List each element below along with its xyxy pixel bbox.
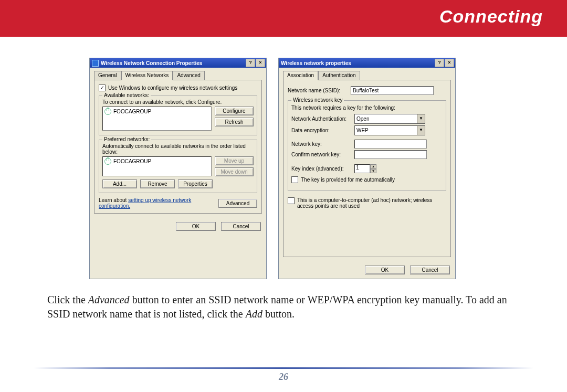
network-key-input[interactable] — [354, 140, 427, 149]
move-up-button[interactable]: Move up — [215, 156, 254, 165]
preferred-hint: Automatically connect to available netwo… — [102, 143, 254, 155]
group-title: Wireless network key — [291, 97, 344, 103]
auth-select[interactable]: Open ▼ — [354, 114, 425, 124]
network-name: FOOCAGROUP — [113, 158, 151, 164]
titlebar: Wireless Network Connection Properties ?… — [90, 58, 266, 68]
remove-button[interactable]: Remove — [140, 179, 175, 188]
confirm-key-input[interactable] — [354, 150, 427, 159]
advanced-button[interactable]: Advanced — [218, 199, 257, 208]
chevron-up-icon[interactable]: ▲ — [370, 164, 376, 169]
network-name: FOOCAGROUP — [113, 109, 151, 114]
help-icon[interactable]: ? — [246, 59, 255, 67]
tab-panel: Network name (SSID): Wireless network ke… — [283, 80, 451, 257]
auth-label: Network Authentication: — [291, 116, 354, 122]
refresh-button[interactable]: Refresh — [215, 118, 254, 126]
chevron-down-icon: ▼ — [417, 114, 425, 123]
group-preferred: Preferred networks: Automatically connec… — [99, 140, 257, 193]
ok-button[interactable]: OK — [365, 266, 405, 274]
group-title: Available networks: — [102, 92, 151, 98]
spinner-buttons[interactable]: ▲ ▼ — [370, 164, 376, 173]
ssid-label: Network name (SSID): — [288, 88, 351, 93]
checkbox-auto-key[interactable] — [291, 176, 298, 183]
key-hint: This network requires a key for the foll… — [291, 105, 443, 111]
tabs: Association Authentication — [283, 71, 451, 80]
page-number: 26 — [0, 372, 567, 383]
titlebar: Wireless network properties ? × — [279, 58, 455, 68]
group-available: Available networks: To connect to an ava… — [99, 96, 257, 135]
close-icon[interactable]: × — [445, 59, 454, 67]
dialog-title: Wireless Network Connection Properties — [101, 60, 202, 66]
move-down-button[interactable]: Move down — [215, 167, 254, 176]
encryption-select[interactable]: WEP ▼ — [354, 125, 425, 135]
list-item[interactable]: FOOCAGROUP — [103, 107, 211, 116]
tab-advanced[interactable]: Advanced — [173, 71, 204, 80]
tab-association[interactable]: Association — [283, 71, 318, 80]
dialog-connection-properties: Wireless Network Connection Properties ?… — [89, 58, 267, 279]
preferred-list[interactable]: FOOCAGROUP — [102, 156, 212, 176]
app-icon — [92, 60, 99, 67]
content: Wireless Network Connection Properties ?… — [0, 37, 567, 321]
auth-value: Open — [356, 116, 369, 122]
cancel-button[interactable]: Cancel — [221, 222, 261, 231]
group-title: Preferred networks: — [102, 136, 151, 142]
network-icon — [104, 108, 111, 115]
properties-button[interactable]: Properties — [178, 179, 213, 188]
dialog-network-properties: Wireless network properties ? × Associat… — [278, 58, 456, 279]
network-icon — [104, 158, 111, 165]
available-hint: To connect to an available network, clic… — [102, 99, 254, 105]
tab-wireless-networks[interactable]: Wireless Networks — [121, 71, 173, 80]
available-list[interactable]: FOOCAGROUP — [102, 107, 212, 131]
help-icon[interactable]: ? — [435, 59, 444, 67]
checkbox-label: The key is provided for me automatically — [301, 177, 395, 183]
encryption-label: Data encryption: — [291, 128, 354, 133]
dialog-title: Wireless network properties — [281, 60, 351, 66]
dialog-row: Wireless Network Connection Properties ?… — [89, 58, 520, 279]
close-icon[interactable]: × — [256, 59, 265, 67]
caption-text: Click the Advanced button to enter an SS… — [47, 293, 520, 321]
tab-panel: ✓ Use Windows to configure my wireless n… — [94, 80, 262, 214]
cancel-button[interactable]: Cancel — [410, 266, 450, 274]
tabs: General Wireless Networks Advanced — [94, 71, 262, 80]
ssid-input[interactable] — [351, 86, 434, 95]
checkbox-adhoc[interactable] — [288, 197, 295, 204]
header-bar: Connecting — [0, 0, 567, 37]
footer-divider — [34, 367, 533, 369]
group-wireless-key: Wireless network key This network requir… — [288, 100, 446, 191]
checkbox-label: Use Windows to configure my wireless net… — [108, 85, 237, 91]
key-index-label: Key index (advanced): — [291, 166, 354, 172]
chevron-down-icon: ▼ — [417, 126, 425, 135]
adhoc-label: This is a computer-to-computer (ad hoc) … — [297, 197, 439, 209]
tab-authentication[interactable]: Authentication — [318, 71, 360, 80]
configure-button[interactable]: Configure — [215, 107, 254, 115]
encryption-value: WEP — [356, 128, 369, 133]
list-item[interactable]: FOOCAGROUP — [103, 157, 211, 166]
add-button[interactable]: Add... — [102, 179, 137, 188]
network-key-label: Network key: — [291, 141, 354, 147]
checkbox-use-windows[interactable]: ✓ — [99, 84, 106, 91]
key-index-input[interactable]: 1 — [354, 164, 370, 173]
ok-button[interactable]: OK — [176, 222, 216, 231]
chevron-down-icon[interactable]: ▼ — [370, 169, 376, 174]
learn-text: Learn about setting up wireless network … — [99, 197, 193, 209]
confirm-key-label: Confirm network key: — [291, 152, 354, 157]
tab-general[interactable]: General — [94, 71, 121, 80]
page-title: Connecting — [439, 6, 543, 27]
